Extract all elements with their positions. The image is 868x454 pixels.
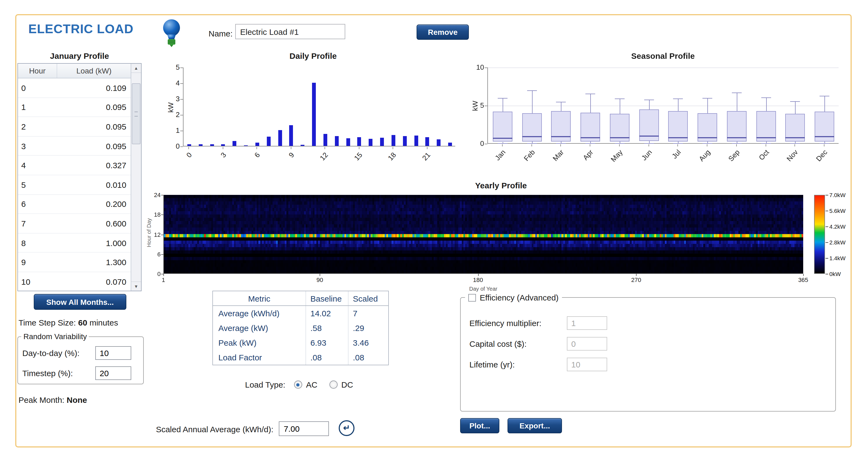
metrics-header-cell: Baseline bbox=[306, 291, 348, 305]
y-tick-label: 0 bbox=[471, 139, 484, 147]
median-line bbox=[493, 138, 513, 139]
time-step-value: 60 bbox=[78, 318, 87, 327]
timestep-input[interactable] bbox=[95, 366, 131, 380]
hour-cell: 8 bbox=[18, 238, 57, 248]
hour-cell: 0 bbox=[18, 83, 57, 93]
show-all-months-button[interactable]: Show All Months... bbox=[34, 294, 126, 310]
daily-bar bbox=[233, 141, 237, 146]
y-axis-tick bbox=[161, 215, 163, 215]
x-tick-label: 21 bbox=[411, 151, 432, 172]
table-header-row: Hour Load (kW) bbox=[18, 64, 131, 78]
load-cell[interactable]: 0.095 bbox=[57, 141, 131, 151]
random-variability-group: Random Variability Day-to-day (%): Times… bbox=[18, 332, 144, 384]
y-tick-label: 10 bbox=[471, 63, 484, 71]
radio-ac[interactable] bbox=[294, 381, 302, 389]
x-axis-tick bbox=[561, 144, 561, 147]
column-header-hour: Hour bbox=[18, 64, 57, 78]
lifetime-row: Lifetime (yr): bbox=[469, 358, 827, 372]
whisker-line bbox=[737, 93, 737, 111]
load-cell[interactable]: 0.327 bbox=[57, 161, 131, 170]
export-button[interactable]: Export... bbox=[507, 418, 562, 433]
x-tick-label: Nov bbox=[778, 148, 800, 170]
load-type-label: Load Type: bbox=[245, 380, 285, 389]
efficiency-checkbox[interactable] bbox=[468, 294, 476, 301]
scroll-thumb[interactable] bbox=[132, 83, 141, 144]
load-cell[interactable]: 0.095 bbox=[57, 122, 131, 131]
whisker-line bbox=[590, 93, 591, 112]
metric-value: .08 bbox=[348, 350, 388, 365]
load-cell[interactable]: 0.070 bbox=[57, 277, 131, 286]
colorbar-label: 4.2kW bbox=[829, 223, 846, 230]
daily-bar bbox=[267, 136, 270, 146]
colorbar-tick bbox=[826, 211, 828, 211]
daily-bar bbox=[403, 136, 407, 146]
x-tick-label: 270 bbox=[627, 277, 646, 283]
y-axis-tick bbox=[161, 234, 163, 235]
whisker-cap bbox=[673, 99, 683, 99]
metric-name: Peak (kW) bbox=[213, 335, 306, 350]
load-cell[interactable]: 0.109 bbox=[57, 83, 131, 93]
whisker-line bbox=[620, 141, 620, 143]
daily-bar bbox=[392, 135, 395, 146]
table-row: 91.300 bbox=[18, 253, 131, 272]
timestep-row: Timestep (%): bbox=[22, 366, 139, 381]
whisker-line bbox=[678, 99, 679, 111]
whisker-cap bbox=[498, 143, 507, 144]
x-axis-tick bbox=[320, 274, 320, 276]
y-tick-label: 6 bbox=[151, 251, 161, 258]
load-cell[interactable]: 0.010 bbox=[57, 180, 131, 189]
efficiency-group: Efficiency (Advanced) Efficiency multipl… bbox=[460, 293, 836, 412]
x-axis-tick bbox=[678, 144, 678, 147]
load-cell[interactable]: 0.095 bbox=[57, 103, 131, 112]
metrics-header-cell: Scaled bbox=[348, 291, 388, 305]
colorbar-label: 7.0kW bbox=[829, 192, 846, 198]
whisker-cap bbox=[819, 143, 829, 144]
x-tick-label: Oct bbox=[749, 148, 771, 170]
scroll-up-icon[interactable]: ▲ bbox=[131, 64, 141, 73]
x-axis-tick bbox=[824, 144, 825, 147]
colorbar-label: 1.4kW bbox=[829, 255, 846, 261]
metric-name: Load Factor bbox=[213, 350, 306, 365]
scaled-annual-average-label: Scaled Annual Average (kWh/d): bbox=[114, 425, 273, 434]
radio-dc[interactable] bbox=[330, 381, 338, 389]
name-input[interactable] bbox=[235, 24, 345, 39]
load-cell[interactable]: 0.200 bbox=[57, 199, 131, 209]
hour-cell: 7 bbox=[18, 219, 57, 228]
whisker-cap bbox=[556, 102, 566, 102]
x-tick-label: 0 bbox=[173, 151, 194, 172]
whisker-line bbox=[649, 100, 649, 109]
capital-cost-input[interactable] bbox=[567, 337, 607, 351]
whisker-line bbox=[707, 98, 708, 113]
sensitivity-button[interactable]: ↵ bbox=[339, 420, 354, 436]
table-row: 40.327 bbox=[18, 156, 131, 175]
x-axis-tick bbox=[803, 274, 804, 276]
metric-value: 7 bbox=[348, 306, 388, 321]
x-axis-tick bbox=[427, 147, 428, 149]
table-row: 81.000 bbox=[18, 233, 131, 253]
whisker-cap bbox=[615, 99, 625, 99]
peak-month-value: None bbox=[67, 395, 87, 404]
hour-cell: 10 bbox=[18, 277, 57, 286]
daily-bar bbox=[210, 144, 214, 146]
scaled-annual-average-input[interactable] bbox=[279, 421, 329, 436]
load-cell[interactable]: 1.300 bbox=[57, 258, 131, 267]
remove-button[interactable]: Remove bbox=[416, 25, 469, 40]
lifetime-input[interactable] bbox=[567, 358, 607, 371]
load-cell[interactable]: 1.000 bbox=[57, 238, 131, 248]
whisker-cap bbox=[732, 93, 742, 93]
efficiency-multiplier-row: Efficiency multiplier: bbox=[469, 316, 827, 330]
day-to-day-input[interactable] bbox=[95, 346, 131, 360]
y-axis-tick bbox=[180, 115, 183, 116]
whisker-cap bbox=[761, 97, 771, 98]
median-line bbox=[756, 137, 776, 138]
plot-button[interactable]: Plot... bbox=[460, 418, 499, 433]
load-cell[interactable]: 0.600 bbox=[57, 219, 131, 228]
metric-value: 14.02 bbox=[306, 306, 348, 321]
electric-load-panel: ELECTRIC LOAD Name: Remove January Profi… bbox=[15, 14, 852, 448]
y-axis-tick bbox=[485, 106, 487, 106]
y-axis-tick bbox=[161, 195, 163, 195]
x-axis-tick bbox=[502, 144, 503, 147]
colorbar-tick bbox=[826, 258, 828, 259]
whisker-cap bbox=[819, 96, 829, 96]
efficiency-multiplier-input[interactable] bbox=[567, 316, 607, 330]
